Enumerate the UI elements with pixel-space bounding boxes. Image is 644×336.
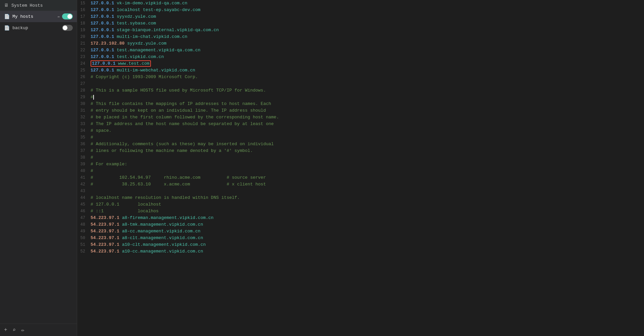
line-content: 54.223.97.1 a8-fireman.management.vipkid… <box>91 215 640 221</box>
line-number: 25 <box>77 67 91 74</box>
line-content <box>91 80 640 87</box>
comment-text: # space. <box>91 128 111 133</box>
ip-address: 127.0.0.1 <box>91 14 114 19</box>
sidebar-item-backup[interactable]: 📄backup <box>0 22 77 34</box>
code-line: 4754.223.97.1 a8-fireman.management.vipk… <box>77 215 644 221</box>
line-content: 127.0.0.1 multi-im-chat.vipkid.com.cn <box>91 34 640 40</box>
ip-address: 127.0.0.1 <box>91 68 114 73</box>
main-content: 15127.0.0.1 vk-im-demo.vipkid-qa.com.cn1… <box>77 0 644 336</box>
line-number: 43 <box>77 188 91 194</box>
comment-text: # The IP address and the host name shoul… <box>91 121 274 126</box>
line-number: 26 <box>77 74 91 80</box>
line-number: 39 <box>77 161 91 168</box>
ip-address: 127.0.0.1 <box>92 61 115 66</box>
line-number: 41 <box>77 174 91 181</box>
comment-text: # 127.0.0.1 localhost <box>91 202 161 207</box>
ip-address: 127.0.0.1 <box>91 21 114 26</box>
line-number: 31 <box>77 107 91 114</box>
code-line: 5154.223.97.1 a10-clt.management.vipkid.… <box>77 241 644 248</box>
line-number: 17 <box>77 13 91 20</box>
comment-text: # This file contains the mappings of IP … <box>91 101 271 106</box>
file-icon: 📄 <box>4 14 10 19</box>
ip-address: 172.23.102.80 <box>91 41 124 46</box>
line-number: 28 <box>77 87 91 94</box>
hostname: syyxdz.yule.com <box>114 14 156 19</box>
sidebar-bottom-actions: +⌕✏ <box>0 324 77 336</box>
line-number: 37 <box>77 148 91 154</box>
code-line: 32# be placed in the first column follow… <box>77 114 644 121</box>
hostname: vk-im-demo.vipkid-qa.com.cn <box>114 1 187 6</box>
code-line: 5254.223.97.1 a10-cc.management.vipkid.c… <box>77 248 644 255</box>
line-content <box>91 188 640 194</box>
line-number: 52 <box>77 248 91 255</box>
hostname: a8-fireman.management.vipkid.com.cn <box>119 215 214 220</box>
line-content: 127.0.0.1 localhost test-ep.sayabc-dev.c… <box>91 7 640 13</box>
line-content: 127.0.0.1 multi-im-webchat.vipkid.com.cn <box>91 67 640 74</box>
line-number: 24 <box>77 60 91 67</box>
hostname: test.sybase.com <box>114 21 156 26</box>
sidebar-item-label: backup <box>12 25 59 31</box>
sidebar-item-system-hosts[interactable]: 🖥System Hosts <box>0 0 77 11</box>
code-line: 21172.23.102.80 syyxdz.yule.com <box>77 40 644 47</box>
ip-address: 54.223.97.1 <box>91 249 119 254</box>
line-content: 54.223.97.1 a10-clt.management.vipkid.co… <box>91 241 640 248</box>
line-number: 46 <box>77 208 91 215</box>
line-content: # <box>91 94 640 101</box>
highlighted-entry: 127.0.0.1 www.test.com <box>91 60 151 67</box>
code-line: 36# Additionally, comments (such as thes… <box>77 141 644 148</box>
line-content: # ::1 localhos <box>91 208 640 215</box>
toggle-switch[interactable] <box>62 13 73 19</box>
line-content: # This is a sample HOSTS file used by Mi… <box>91 87 640 94</box>
code-line: 20127.0.0.1 multi-im-chat.vipkid.com.cn <box>77 34 644 40</box>
sidebar-item-my-hosts[interactable]: 📄My hosts✏ <box>0 11 77 22</box>
comment-text: # <box>91 135 93 140</box>
code-line: 15127.0.0.1 vk-im-demo.vipkid-qa.com.cn <box>77 0 644 7</box>
code-line: 41# 102.54.94.97 rhino.acme.com # source… <box>77 174 644 181</box>
code-line: 46# ::1 localhos <box>77 208 644 215</box>
hostname: a8-tmk.management.vipkid.com.cn <box>119 222 203 227</box>
line-number: 19 <box>77 27 91 34</box>
line-content: 127.0.0.1 www.test.com <box>91 60 640 67</box>
line-number: 18 <box>77 20 91 27</box>
code-line: 37# lines or following the machine name … <box>77 148 644 154</box>
line-content: # Additionally, comments (such as these)… <box>91 141 640 148</box>
code-line: 35# <box>77 134 644 141</box>
ip-address: 54.223.97.1 <box>91 222 119 227</box>
code-line: 25127.0.0.1 multi-im-webchat.vipkid.com.… <box>77 67 644 74</box>
hostname: test.vipkid.com.cn <box>114 54 164 59</box>
comment-text: # lines or following the machine name de… <box>91 148 253 153</box>
hostname: test.management.vipkid-qa.com.cn <box>114 48 200 53</box>
add-button[interactable]: + <box>4 327 7 333</box>
line-number: 16 <box>77 7 91 13</box>
comment-text: # be placed in the first column followed… <box>91 115 279 120</box>
line-content: # be placed in the first column followed… <box>91 114 640 121</box>
edit-button[interactable]: ✏ <box>21 327 24 333</box>
line-content: # space. <box>91 127 640 134</box>
hostname: multi-im-webchat.vipkid.com.cn <box>114 68 195 73</box>
line-content: 127.0.0.1 syyxdz.yule.com <box>91 13 640 20</box>
edit-icon[interactable]: ✏ <box>58 14 60 19</box>
code-line: 42# 38.25.63.10 x.acme.com # x client ho… <box>77 181 644 188</box>
line-number: 44 <box>77 194 91 201</box>
code-line: 33# The IP address and the host name sho… <box>77 121 644 127</box>
line-content: # lines or following the machine name de… <box>91 148 640 154</box>
line-number: 49 <box>77 228 91 235</box>
line-content: 127.0.0.1 test.vipkid.com.cn <box>91 54 640 60</box>
line-content: # Copyright (c) 1993-2009 Microsoft Corp… <box>91 74 640 80</box>
code-line: 44# localhost name resolution is handled… <box>77 194 644 201</box>
line-content: # This file contains the mappings of IP … <box>91 101 640 107</box>
code-line: 45# 127.0.0.1 localhost <box>77 201 644 208</box>
sidebar-item-label: System Hosts <box>11 3 73 8</box>
code-line: 43 <box>77 188 644 194</box>
code-line: 18127.0.0.1 test.sybase.com <box>77 20 644 27</box>
toggle-switch[interactable] <box>62 25 73 31</box>
code-line: 28# This is a sample HOSTS file used by … <box>77 87 644 94</box>
search-button[interactable]: ⌕ <box>13 327 16 333</box>
hostname: a10-clt.management.vipkid.com.cn <box>119 242 206 247</box>
line-number: 38 <box>77 154 91 161</box>
code-line: 34# space. <box>77 127 644 134</box>
line-content: 127.0.0.1 stage-bianque.internal.vipkid-… <box>91 27 640 34</box>
code-line: 27 <box>77 80 644 87</box>
comment-text: # entry should be kept on an individual … <box>91 108 266 113</box>
line-number: 30 <box>77 101 91 107</box>
